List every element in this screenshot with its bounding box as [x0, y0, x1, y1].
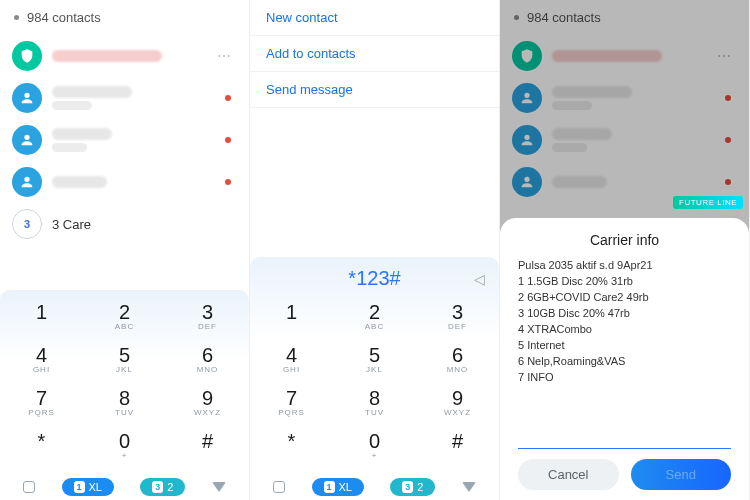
list-item[interactable]: ⋯ — [0, 35, 249, 77]
sim1-call-button[interactable]: 1XL — [62, 478, 114, 496]
red-dot-icon — [225, 137, 231, 143]
nav-triangle-icon[interactable] — [212, 482, 226, 492]
list-item[interactable] — [0, 119, 249, 161]
key-3[interactable]: 3DEF — [416, 296, 499, 339]
sim-bar: 1XL 32 — [0, 478, 249, 496]
person-icon — [12, 167, 42, 197]
screen-dial-actions: New contact Add to contacts Send message… — [250, 0, 500, 500]
add-to-contacts-button[interactable]: Add to contacts — [250, 36, 499, 72]
key-4[interactable]: 4GHI — [0, 339, 83, 382]
key-2[interactable]: 2ABC — [83, 296, 166, 339]
key-3[interactable]: 3DEF — [166, 296, 249, 339]
sim-bar: 1XL 32 — [250, 478, 499, 496]
key-1[interactable]: 1 — [0, 296, 83, 339]
key-2[interactable]: 2ABC — [333, 296, 416, 339]
input-underline[interactable] — [518, 448, 731, 449]
sim2-call-button[interactable]: 32 — [390, 478, 435, 496]
key-5[interactable]: 5JKL — [333, 339, 416, 382]
dialed-number: *123# — [348, 267, 400, 290]
sim2-call-button[interactable]: 32 — [140, 478, 185, 496]
future-line-tag: FUTURE LINE — [673, 196, 743, 209]
key-6[interactable]: 6MNO — [416, 339, 499, 382]
list-item[interactable] — [0, 77, 249, 119]
dialpad-keys: 1 2ABC 3DEF 4GHI 5JKL 6MNO 7PQRS 8TUV 9W… — [0, 296, 249, 468]
contact-list: ⋯ 3 3 Care — [0, 35, 249, 245]
contact-name: 3 Care — [52, 217, 91, 232]
screen-contacts-dialer: 984 contacts ⋯ — [0, 0, 250, 500]
contacts-header: 984 contacts — [0, 0, 249, 35]
dial-display: *123# ◁ — [250, 263, 499, 296]
person-icon — [12, 83, 42, 113]
cancel-button[interactable]: Cancel — [518, 459, 619, 490]
key-6[interactable]: 6MNO — [166, 339, 249, 382]
carrier-icon: 3 — [12, 209, 42, 239]
sim1-call-button[interactable]: 1XL — [312, 478, 364, 496]
contacts-count: 984 contacts — [27, 10, 101, 25]
new-contact-button[interactable]: New contact — [250, 0, 499, 36]
key-0[interactable]: 0+ — [333, 425, 416, 468]
key-1[interactable]: 1 — [250, 296, 333, 339]
screen-carrier-info: 984 contacts ⋯ FUTURE LINE Carrier info … — [500, 0, 750, 500]
shield-icon — [12, 41, 42, 71]
key-star[interactable]: * — [0, 425, 83, 468]
key-5[interactable]: 5JKL — [83, 339, 166, 382]
dialog-title: Carrier info — [518, 232, 731, 248]
red-dot-icon — [225, 95, 231, 101]
action-menu: New contact Add to contacts Send message — [250, 0, 499, 108]
key-0[interactable]: 0+ — [83, 425, 166, 468]
send-button[interactable]: Send — [631, 459, 732, 490]
key-9[interactable]: 9WXYZ — [166, 382, 249, 425]
dialpad-keys: 1 2ABC 3DEF 4GHI 5JKL 6MNO 7PQRS 8TUV 9W… — [250, 296, 499, 468]
red-dot-icon — [225, 179, 231, 185]
more-icon[interactable]: ⋯ — [211, 48, 237, 64]
carrier-info-dialog: Carrier info Pulsa 2035 aktif s.d 9Apr21… — [500, 218, 749, 500]
key-hash[interactable]: # — [416, 425, 499, 468]
dialog-body: Pulsa 2035 aktif s.d 9Apr21 1 1.5GB Disc… — [518, 258, 731, 442]
key-7[interactable]: 7PQRS — [250, 382, 333, 425]
list-item[interactable]: 3 3 Care — [0, 203, 249, 245]
dot-icon — [14, 15, 19, 20]
key-9[interactable]: 9WXYZ — [416, 382, 499, 425]
backspace-icon[interactable]: ◁ — [474, 271, 485, 287]
key-8[interactable]: 8TUV — [333, 382, 416, 425]
list-item[interactable] — [0, 161, 249, 203]
dialog-actions: Cancel Send — [518, 459, 731, 490]
key-hash[interactable]: # — [166, 425, 249, 468]
nav-square-icon[interactable] — [273, 481, 285, 493]
key-4[interactable]: 4GHI — [250, 339, 333, 382]
dialpad: *123# ◁ 1 2ABC 3DEF 4GHI 5JKL 6MNO 7PQRS… — [250, 257, 499, 468]
key-7[interactable]: 7PQRS — [0, 382, 83, 425]
key-8[interactable]: 8TUV — [83, 382, 166, 425]
key-star[interactable]: * — [250, 425, 333, 468]
nav-square-icon[interactable] — [23, 481, 35, 493]
person-icon — [12, 125, 42, 155]
dialpad: 1 2ABC 3DEF 4GHI 5JKL 6MNO 7PQRS 8TUV 9W… — [0, 290, 249, 468]
send-message-button[interactable]: Send message — [250, 72, 499, 108]
nav-triangle-icon[interactable] — [462, 482, 476, 492]
